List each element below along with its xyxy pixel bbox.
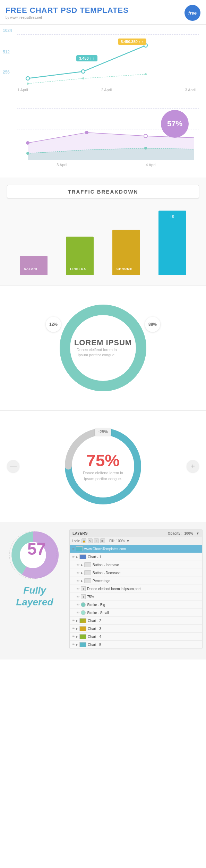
- eye-icon-chart2: 👁: [72, 619, 75, 622]
- svg-point-11: [26, 152, 29, 155]
- pie-mini-wrapper: 57 Fully Layered: [3, 529, 66, 608]
- donut1-pct-right: 88%: [145, 317, 160, 332]
- layer-item-donec[interactable]: 👁 T Donec eleifend lorem in ipsum port: [70, 585, 202, 593]
- donut1-pct-left: 12%: [46, 317, 61, 332]
- bar-chrome: CHROME: [112, 230, 140, 275]
- traffic-section: TRAFFIC BREAKDOWN SAFARI FIREFOX CHROME …: [0, 178, 206, 285]
- x-label-4april: 4 April: [146, 163, 156, 167]
- layer-item-chart3[interactable]: 👁 ▶ Chart - 3: [70, 625, 202, 633]
- x-labels-chart2: 3 April 4 April: [17, 161, 196, 167]
- fully-layered-text: Fully Layered: [16, 585, 53, 608]
- layer-item-75pct[interactable]: 👁 T 75%: [70, 593, 202, 601]
- traffic-title-bar: TRAFFIC BREAKDOWN: [7, 185, 199, 198]
- donut1-main-label: LOREM IPSUM: [74, 338, 132, 347]
- svg-point-8: [26, 141, 29, 145]
- eye-icon-btn-inc: 👁: [77, 563, 79, 567]
- lock-icon[interactable]: 🔒: [81, 538, 86, 543]
- layer-label-donec: Donec eleifend lorem in ipsum port: [87, 587, 141, 591]
- free-badge: free: [184, 5, 200, 21]
- ctrl-box-2[interactable]: +: [94, 538, 99, 543]
- eye-icon-choco: 👁: [72, 547, 75, 551]
- opacity-value: 100%: [184, 531, 194, 535]
- tooltip-value-1: 3.450: [79, 56, 89, 60]
- bar-safari-label: SAFARI: [22, 266, 40, 272]
- text-icon-75pct: T: [81, 594, 86, 599]
- eye-icon-chart1: 👁: [72, 555, 75, 559]
- plus-button[interactable]: +: [187, 460, 199, 473]
- thumb-btn-inc: [84, 562, 91, 567]
- layer-item-btn-dec[interactable]: 👁 ▶ Button - Decrease: [70, 569, 202, 577]
- layer-item-stroke-big[interactable]: 👁 Stroke - Big: [70, 601, 202, 609]
- eye-icon-btn-dec: 👁: [77, 571, 79, 575]
- bar-chart: SAFARI FIREFOX CHROME IE: [7, 205, 199, 275]
- bar-firefox: FIREFOX: [66, 237, 94, 275]
- eye-icon-chart5: 👁: [72, 643, 75, 646]
- layer-item-chart1[interactable]: 👁 ▶ Chart - 1: [70, 553, 202, 561]
- layer-label-chart3: Chart - 3: [88, 627, 101, 631]
- eye-icon-chart3: 👁: [72, 627, 75, 630]
- y-label-1024: 1024: [3, 28, 12, 33]
- x-label-3april: 3 April: [57, 163, 67, 167]
- fill-label: Fill:: [109, 539, 115, 543]
- bubble-pct-label: 57%: [167, 119, 182, 128]
- layers-controls: Lock: 🔒 ✎ + ⊞ Fill: 100% ▼: [70, 537, 202, 545]
- layer-item-chart4[interactable]: 👁 ▶ Chart - 4: [70, 633, 202, 641]
- tooltip-3450: 3.450 ↑: [76, 55, 97, 61]
- app-title: FREE CHART PSD TEMPLATES: [6, 6, 129, 15]
- bar-ie-col: IE: [158, 211, 186, 275]
- y-label-512: 512: [3, 50, 10, 54]
- layer-item-chart5[interactable]: 👁 ▶ Chart - 5: [70, 641, 202, 649]
- bar-ie: IE: [158, 211, 186, 275]
- svg-point-4: [82, 77, 84, 79]
- donut2-pct-label: 75%: [80, 451, 126, 470]
- svg-point-1: [81, 70, 85, 73]
- layer-label-btn-dec: Button - Decrease: [93, 571, 121, 575]
- text-icon-donec: T: [81, 586, 86, 591]
- layer-label-choco: www.ChocoTemplates.com: [84, 547, 126, 551]
- eye-icon-donec: 👁: [77, 587, 79, 590]
- layer-label-stroke-big: Stroke - Big: [87, 603, 105, 607]
- eye-icon-stroke-big: 👁: [77, 603, 79, 606]
- eye-icon-pct: 👁: [77, 579, 79, 582]
- y-label-256: 256: [3, 70, 10, 75]
- bar-firefox-col: FIREFOX: [66, 237, 94, 275]
- minus-button[interactable]: —: [7, 460, 19, 473]
- layer-item-btn-inc[interactable]: 👁 ▶ Button - Increase: [70, 561, 202, 569]
- bar-safari-col: SAFARI: [20, 256, 48, 275]
- pie-number: 57: [27, 539, 46, 559]
- header-title-block: FREE CHART PSD TEMPLATES by www.freepsdf…: [6, 6, 129, 19]
- layer-item-chart2[interactable]: 👁 ▶ Chart - 2: [70, 617, 202, 625]
- layer-label-chart1: Chart - 1: [88, 555, 101, 559]
- bubble-57: 57%: [161, 110, 189, 138]
- fill-value: 100%: [116, 539, 125, 543]
- thumb-btn-dec: [84, 570, 91, 575]
- ctrl-box-1[interactable]: ✎: [88, 538, 93, 543]
- tri-chart5: ▶: [76, 643, 78, 646]
- thumb-chart2: [79, 618, 86, 623]
- layer-label-75pct: 75%: [87, 595, 94, 599]
- thumb-stroke-small: [81, 610, 86, 615]
- svg-point-10: [144, 134, 147, 138]
- layers-panel: LAYERS Opacity: 100% ▼ Lock: 🔒 ✎ + ⊞ Fil…: [69, 529, 203, 649]
- donut1-wrapper: LOREM IPSUM Donec eleifend lorem in ipsu…: [51, 296, 155, 400]
- thumb-chart4: [79, 634, 86, 639]
- layer-item-stroke-small[interactable]: 👁 Stroke - Small: [70, 609, 202, 617]
- tri-btn-dec: ▶: [81, 571, 83, 575]
- tri-chart4: ▶: [76, 635, 78, 638]
- line-chart-section: 1024 512 256 3.450 ↑ 5.450.350 ↑ 1 April…: [0, 25, 206, 101]
- donut1-section: LOREM IPSUM Donec eleifend lorem in ipsu…: [0, 286, 206, 410]
- donut2-wrapper: -25% 75% Donec eleifend lorem in ipsum p…: [58, 421, 148, 511]
- tri-pct: ▶: [81, 579, 83, 582]
- opacity-controls: Opacity: 100% ▼: [168, 531, 200, 535]
- layers-list: 👁 www.ChocoTemplates.com 👁 ▶ Chart - 1 👁…: [70, 545, 202, 649]
- svg-point-12: [144, 147, 147, 150]
- layer-item-pct[interactable]: 👁 ▶ Percentage: [70, 577, 202, 585]
- donut2-section: — -25% 75% Donec eleifend lorem in ipsum…: [0, 411, 206, 522]
- svg-point-5: [145, 73, 147, 75]
- ctrl-box-3[interactable]: ⊞: [100, 538, 105, 543]
- layer-label-stroke-small: Stroke - Small: [87, 611, 109, 615]
- layer-item-choco[interactable]: 👁 www.ChocoTemplates.com: [70, 545, 202, 553]
- thumb-chart1: [79, 554, 86, 559]
- layers-section: 57 Fully Layered LAYERS Opacity: 100% ▼ …: [0, 522, 206, 659]
- layers-title: LAYERS: [72, 531, 88, 535]
